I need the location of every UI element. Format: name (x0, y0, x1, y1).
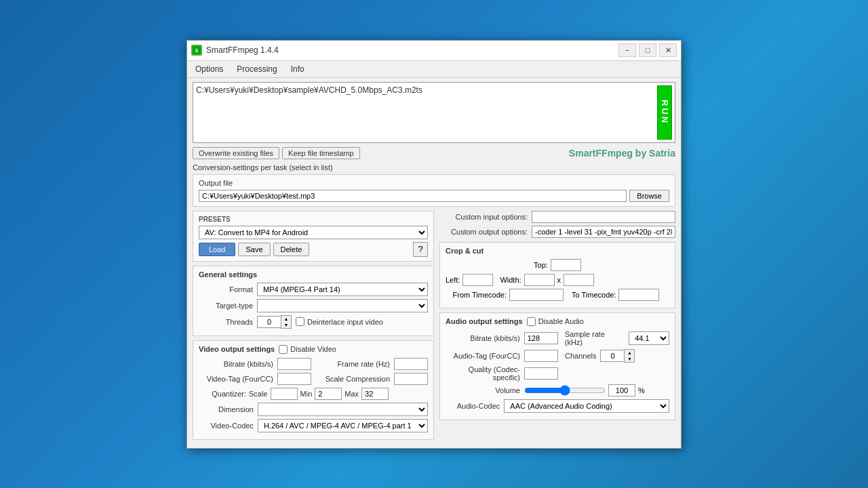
action-buttons-row: Overwrite existing files Keep file times… (193, 147, 675, 159)
custom-input-label: Custom input options: (439, 213, 528, 221)
custom-output-label: Custom output options: (439, 228, 528, 236)
threads-label: Threads (199, 318, 253, 326)
disable-video-checkbox[interactable] (279, 345, 288, 354)
top-label: Top: (534, 261, 548, 269)
audio-settings-group: Audio output settings Disable Audio Bitr… (439, 312, 675, 420)
timestamp-button[interactable]: Keep file timestamp (282, 147, 360, 159)
video-codec-select[interactable]: H.264 / AVC / MPEG-4 AVC / MPEG-4 part 1… (258, 419, 428, 432)
scale-comp-input[interactable] (394, 373, 428, 385)
audio-bitrate-label: Bitrate (kbits/s) (446, 334, 520, 342)
custom-options-group: Custom input options: Custom output opti… (439, 211, 675, 238)
general-settings-group: General settings Format MP4 (MPEG-4 Part… (193, 266, 434, 336)
volume-percent: % (638, 386, 645, 394)
deinterlace-checkbox[interactable] (296, 317, 304, 326)
audio-tag-input[interactable] (524, 350, 558, 362)
custom-input-field[interactable] (532, 211, 675, 223)
format-select[interactable]: MP4 (MPEG-4 Part 14) MKV (Matroska) AVI (257, 283, 428, 296)
overwrite-button[interactable]: Overwrite existing files (193, 147, 279, 159)
channels-input[interactable] (600, 350, 624, 362)
video-codec-label: Video-Codec (199, 422, 254, 430)
channels-label: Channels (565, 352, 596, 360)
custom-output-field[interactable] (532, 226, 675, 238)
output-file-group: Output file Browse (193, 174, 675, 207)
dimension-label: Dimension (199, 405, 254, 413)
crop-cut-group: Crop & cut Top: Left: Width: x Height: (439, 242, 675, 308)
volume-slider[interactable] (524, 386, 606, 395)
file-list-content: C:¥Users¥yuki¥Desktop¥sample¥AVCHD_5.0Mb… (196, 85, 657, 140)
framerate-input[interactable] (394, 358, 428, 370)
crop-height-input[interactable] (564, 274, 594, 286)
crop-width-input[interactable] (524, 274, 555, 286)
disable-audio-checkbox[interactable] (527, 317, 536, 326)
close-button[interactable]: ✕ (659, 43, 677, 57)
video-settings-group: Video output settings Disable Video Bitr… (193, 340, 434, 440)
from-tc-input[interactable] (509, 289, 564, 301)
quantizer-label: Quantizer: (199, 390, 246, 398)
target-label: Target-type (199, 302, 253, 310)
audio-tag-label: Audio-Tag (FourCC) (446, 352, 520, 360)
window-title: SmartFFmpeg 1.4.4 (206, 45, 279, 55)
threads-down[interactable]: ▼ (281, 322, 291, 328)
channels-up[interactable]: ▲ (625, 350, 634, 356)
app-window: S SmartFFmpeg 1.4.4 − □ ✕ Options Proces… (186, 40, 682, 449)
video-tag-label: Video-Tag (FourCC) (199, 375, 273, 383)
volume-input[interactable] (608, 384, 635, 396)
save-button[interactable]: Save (238, 243, 270, 256)
output-file-label: Output file (199, 179, 669, 187)
file-list-area[interactable]: C:¥Users¥yuki¥Desktop¥sample¥AVCHD_5.0Mb… (193, 82, 675, 143)
audio-bitrate-input[interactable] (524, 332, 558, 344)
threads-input[interactable] (257, 316, 281, 328)
deinterlace-checkbox-label: Deinterlace input video (296, 317, 383, 326)
crop-left-input[interactable] (462, 274, 493, 286)
conversion-section-label: Conversion-settings per task (select in … (193, 163, 675, 171)
main-content: C:¥Users¥yuki¥Desktop¥sample¥AVCHD_5.0Mb… (187, 78, 681, 448)
window-controls: − □ ✕ (618, 43, 677, 57)
video-tag-input[interactable] (277, 373, 311, 385)
format-label: Format (199, 285, 253, 293)
quantizer-max-input[interactable] (361, 388, 389, 400)
scale-sub-label: Scale (249, 390, 268, 398)
audio-codec-label: Audio-Codec (446, 402, 500, 410)
width-label: Width: (500, 276, 521, 284)
sample-rate-label: Sample rate (kHz) (565, 330, 625, 346)
crop-top-input[interactable] (551, 259, 581, 271)
minimize-button[interactable]: − (618, 43, 636, 57)
threads-spinner[interactable]: ▲ ▼ (281, 315, 292, 329)
sample-rate-select[interactable]: 44.1 48 22.05 (629, 331, 669, 345)
help-button[interactable]: ? (413, 242, 428, 257)
general-settings-label: General settings (199, 270, 428, 279)
delete-button[interactable]: Delete (273, 243, 310, 256)
load-button[interactable]: Load (199, 243, 235, 256)
video-bitrate-input[interactable] (277, 358, 311, 370)
from-tc-label: From Timecode: (446, 291, 507, 299)
maximize-button[interactable]: □ (639, 43, 656, 57)
browse-button[interactable]: Browse (629, 190, 669, 202)
brand-text: SmartFFmpeg by Satria (569, 148, 675, 159)
channels-spinner[interactable]: ▲ ▼ (624, 349, 635, 363)
threads-up[interactable]: ▲ (281, 316, 291, 322)
output-file-input[interactable] (199, 190, 627, 202)
quality-input[interactable] (524, 367, 558, 380)
quantizer-min-input[interactable] (315, 388, 342, 400)
menu-processing[interactable]: Processing (231, 62, 282, 76)
channels-down[interactable]: ▼ (625, 356, 634, 362)
run-button[interactable]: RUN (657, 85, 672, 140)
target-select[interactable] (257, 299, 428, 312)
menu-info[interactable]: Info (285, 62, 310, 76)
menu-options[interactable]: Options (190, 62, 229, 76)
framerate-label: Frame rate (Hz) (315, 360, 390, 368)
audio-codec-select[interactable]: AAC (Advanced Audio Coding) MP3 AC3 Vorb… (504, 399, 669, 413)
svg-text:S: S (195, 47, 199, 54)
preset-select[interactable]: AV: Convert to MP4 for Android AV: Conve… (199, 226, 428, 239)
crop-cut-label: Crop & cut (446, 247, 669, 255)
disable-video-label: Disable Video (290, 345, 336, 353)
to-tc-input[interactable] (618, 289, 659, 301)
left-label: Left: (446, 276, 460, 284)
volume-label: Volume (446, 386, 520, 394)
video-settings-label: Video output settings (199, 345, 275, 353)
scale-comp-label: Scale Compression (315, 375, 390, 383)
min-label: Min (300, 390, 313, 398)
quantizer-scale-input[interactable] (271, 388, 298, 400)
x-separator: x (557, 276, 561, 284)
dimension-select[interactable]: 640x480 868x488 1920x1080 (258, 403, 428, 416)
